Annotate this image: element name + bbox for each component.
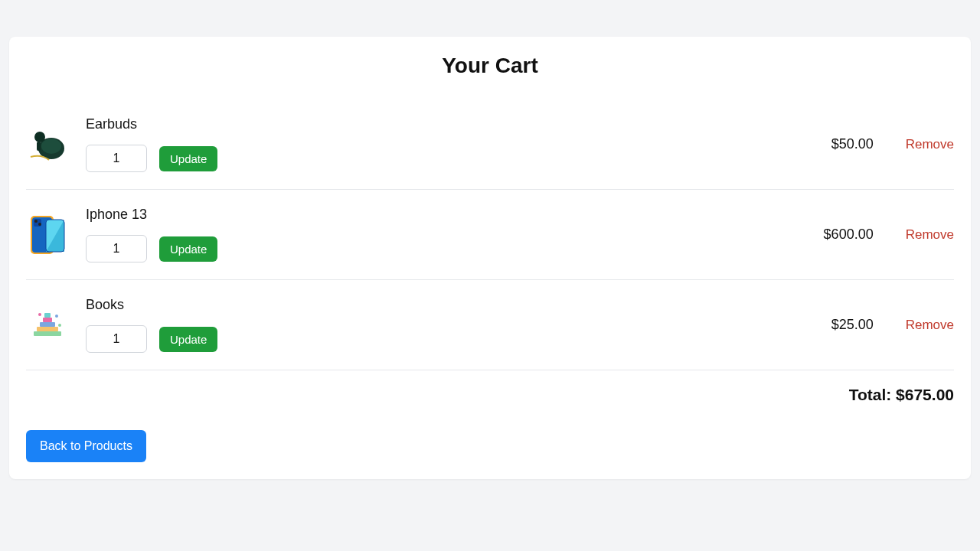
item-main: Iphone 13 Update	[86, 207, 789, 262]
books-icon	[26, 304, 69, 347]
item-name: Earbuds	[86, 116, 789, 132]
item-main: Earbuds Update	[86, 116, 789, 172]
item-price: $50.00	[805, 136, 874, 152]
total-label: Total:	[849, 386, 896, 403]
total-amount: $675.00	[896, 386, 954, 403]
quantity-row: Update	[86, 325, 789, 353]
cart-items-list: Earbuds Update $50.00 Remove	[26, 99, 954, 370]
svg-point-8	[38, 223, 41, 226]
cart-row: Iphone 13 Update $600.00 Remove	[26, 190, 954, 280]
svg-point-1	[41, 139, 61, 154]
svg-point-19	[58, 324, 61, 327]
svg-rect-3	[37, 142, 41, 151]
cart-row: Books Update $25.00 Remove	[26, 280, 954, 370]
svg-rect-13	[37, 327, 58, 331]
item-main: Books Update	[86, 297, 789, 353]
back-to-products-button[interactable]: Back to Products	[26, 430, 146, 462]
svg-point-2	[34, 132, 45, 142]
svg-rect-14	[40, 322, 55, 327]
remove-link[interactable]: Remove	[906, 318, 954, 333]
update-button[interactable]: Update	[159, 146, 217, 171]
quantity-input[interactable]	[86, 325, 147, 353]
item-name: Iphone 13	[86, 207, 789, 223]
page-title: Your Cart	[26, 54, 954, 78]
svg-point-18	[55, 315, 58, 318]
item-name: Books	[86, 297, 789, 313]
svg-rect-12	[34, 331, 61, 336]
quantity-row: Update	[86, 235, 789, 262]
phone-icon	[26, 214, 69, 256]
svg-rect-15	[43, 318, 52, 322]
quantity-input[interactable]	[86, 235, 147, 262]
svg-point-17	[38, 313, 41, 316]
update-button[interactable]: Update	[159, 327, 217, 352]
item-price: $600.00	[805, 227, 874, 243]
earbuds-icon	[26, 123, 69, 166]
svg-point-7	[34, 220, 38, 223]
svg-rect-16	[44, 313, 51, 318]
remove-link[interactable]: Remove	[906, 227, 954, 243]
cart-total: Total: $675.00	[26, 386, 954, 404]
remove-link[interactable]: Remove	[906, 137, 954, 152]
cart-row: Earbuds Update $50.00 Remove	[26, 99, 954, 190]
cart-card: Your Cart Earbuds Update $50.00	[9, 37, 971, 479]
quantity-row: Update	[86, 145, 789, 172]
item-price: $25.00	[805, 317, 874, 333]
update-button[interactable]: Update	[159, 236, 217, 262]
quantity-input[interactable]	[86, 145, 147, 172]
